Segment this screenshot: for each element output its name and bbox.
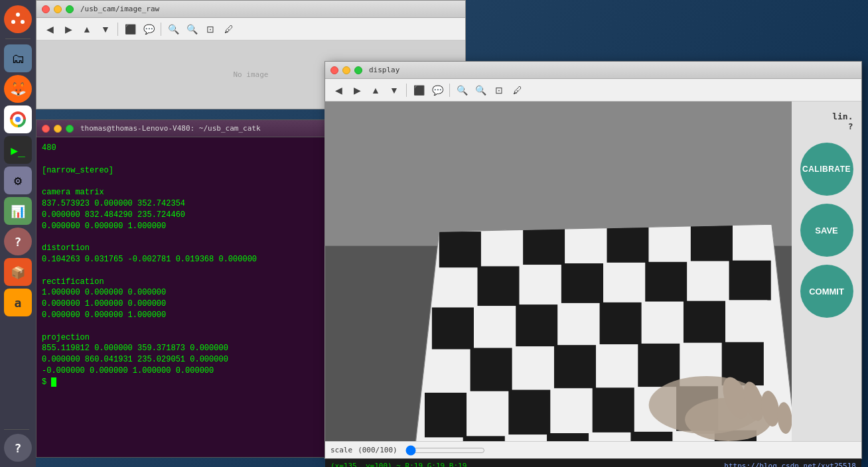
settings-icon[interactable]: ⚙ xyxy=(4,167,32,194)
svg-rect-10 xyxy=(439,232,481,267)
sep3 xyxy=(406,84,407,97)
calibrate-button[interactable]: CALIBRATE xyxy=(800,143,853,196)
ubuntu-icon[interactable] xyxy=(4,5,32,33)
scale-label: scale xyxy=(330,446,352,454)
display-up-btn[interactable]: ▲ xyxy=(368,82,384,98)
firefox-icon[interactable]: 🦊 xyxy=(4,75,32,103)
window-display: display ◀ ▶ ▲ ▼ ⬛ 💬 🔍 🔍 ⊡ 🖊 xyxy=(325,61,862,459)
svg-rect-32 xyxy=(684,301,725,343)
maximize-button-display[interactable] xyxy=(354,66,362,74)
right-panel: lin. ? CALIBRATE SAVE COMMIT xyxy=(792,101,861,441)
terminal-line-11: 0.104263 0.031765 -0.002781 0.019368 0.0… xyxy=(42,254,354,265)
svg-rect-50 xyxy=(421,438,463,441)
svg-rect-34 xyxy=(428,350,470,393)
coord-text: (x=135, y=100) ~ R:19 G:19 B:19 xyxy=(330,462,467,467)
checkerboard-svg xyxy=(325,101,792,441)
display-topic-btn[interactable]: 💬 xyxy=(429,82,445,98)
topic-btn[interactable]: 💬 xyxy=(141,21,157,37)
maximize-button-back[interactable] xyxy=(66,5,74,13)
display-zoom-out-btn[interactable]: 🔍 xyxy=(472,82,488,98)
display-stamp-btn[interactable]: 🖊 xyxy=(510,82,526,98)
display-forward-btn[interactable]: ▶ xyxy=(349,82,365,98)
terminal-cursor-line: $ xyxy=(42,377,354,388)
svg-rect-45 xyxy=(551,388,593,433)
terminal-line-12 xyxy=(42,265,354,277)
minimize-button-back[interactable] xyxy=(54,5,62,13)
display-screen-btn[interactable]: ⬛ xyxy=(411,82,427,98)
save-button[interactable]: SAVE xyxy=(800,204,853,257)
terminal-line-1: 480 xyxy=(42,143,354,154)
svg-rect-54 xyxy=(589,433,630,441)
window-back-title: /usb_cam/image_raw xyxy=(80,5,159,13)
svg-rect-53 xyxy=(547,433,589,441)
no-image-label: No image xyxy=(234,70,269,79)
svg-rect-20 xyxy=(520,265,561,304)
terminal-line-19: 855.119812 0.000000 359.371873 0.000000 xyxy=(42,343,354,354)
close-button-display[interactable] xyxy=(330,66,338,74)
window-terminal: thomas@thomas-Lenovo-V480: ~/usb_cam_cat… xyxy=(36,119,360,458)
sep4 xyxy=(449,84,450,97)
svg-rect-28 xyxy=(516,304,557,346)
svg-rect-30 xyxy=(600,302,642,344)
maximize-button-terminal[interactable] xyxy=(66,125,74,133)
terminal-titlebar: thomas@thomas-Lenovo-V480: ~/usb_cam_cat… xyxy=(36,120,359,137)
scale-slider[interactable] xyxy=(405,445,485,456)
display-content-area: lin. ? CALIBRATE SAVE COMMIT scale (000/… xyxy=(325,101,861,458)
forward-btn[interactable]: ▶ xyxy=(60,21,76,37)
help-icon[interactable]: ? xyxy=(4,228,32,255)
fit-btn[interactable]: ⊡ xyxy=(202,21,218,37)
up-btn[interactable]: ▲ xyxy=(79,21,95,37)
display-down-btn[interactable]: ▼ xyxy=(386,82,402,98)
sidebar: 🗂 🦊 ▶_ ⚙ 📊 ? 📦 a ? xyxy=(0,0,36,467)
svg-rect-27 xyxy=(474,306,516,348)
terminal-icon[interactable]: ▶_ xyxy=(4,136,32,164)
files-icon[interactable]: 🗂 xyxy=(4,44,32,72)
terminal-line-17 xyxy=(42,321,354,332)
display-fit-btn[interactable]: ⊡ xyxy=(491,82,507,98)
svg-rect-38 xyxy=(596,344,638,387)
svg-rect-33 xyxy=(725,300,767,342)
display-btn[interactable]: ⬛ xyxy=(122,21,138,37)
install-icon[interactable]: 📦 xyxy=(4,258,32,286)
minimize-button-terminal[interactable] xyxy=(54,125,62,133)
svg-rect-24 xyxy=(687,261,729,301)
minimize-button-display[interactable] xyxy=(342,66,350,74)
back-btn[interactable]: ◀ xyxy=(42,21,58,37)
svg-rect-26 xyxy=(432,307,474,349)
terminal-line-5: camera matrix xyxy=(42,187,354,198)
status-bar: scale (000/100) xyxy=(325,441,861,458)
terminal-content[interactable]: 480 [narrow_stereo] camera matrix 837.57… xyxy=(36,137,359,457)
svg-rect-55 xyxy=(630,432,672,441)
chrome-icon[interactable] xyxy=(4,105,32,133)
zoom-out-btn[interactable]: 🔍 xyxy=(184,21,200,37)
svg-rect-25 xyxy=(729,261,771,300)
svg-point-1 xyxy=(16,13,20,17)
terminal-line-21: -0.000000 0.000000 1.000000 0.000000 xyxy=(42,366,354,377)
display-titlebar: display xyxy=(325,62,861,79)
svg-rect-42 xyxy=(425,393,467,438)
sidebar-bottom-divider: ? xyxy=(4,429,32,462)
down-btn[interactable]: ▼ xyxy=(98,21,113,37)
close-button-terminal[interactable] xyxy=(42,125,50,133)
terminal-line-20: 0.000000 860.041931 235.029051 0.000000 xyxy=(42,354,354,366)
stamp-btn[interactable]: 🖊 xyxy=(221,21,237,37)
help-bottom-icon[interactable]: ? xyxy=(4,434,32,462)
calc-icon[interactable]: 📊 xyxy=(4,197,32,225)
svg-rect-44 xyxy=(508,390,550,435)
terminal-line-7: 0.000000 832.484290 235.724460 xyxy=(42,210,354,221)
window-back-toolbar: ◀ ▶ ▲ ▼ ⬛ 💬 🔍 🔍 ⊡ 🖊 xyxy=(36,18,465,40)
terminal-line-8: 0.000000 0.000000 1.000000 xyxy=(42,221,354,232)
commit-button[interactable]: COMMIT xyxy=(800,265,853,318)
display-back-btn[interactable]: ◀ xyxy=(330,82,346,98)
scale-value: (000/100) xyxy=(358,446,398,454)
terminal-title: thomas@thomas-Lenovo-V480: ~/usb_cam_cat… xyxy=(80,124,261,133)
display-toolbar: ◀ ▶ ▲ ▼ ⬛ 💬 🔍 🔍 ⊡ 🖊 xyxy=(325,79,861,101)
svg-rect-12 xyxy=(523,229,565,265)
close-button-back[interactable] xyxy=(42,5,50,13)
zoom-in-btn[interactable]: 🔍 xyxy=(165,21,181,37)
svg-rect-23 xyxy=(645,262,687,302)
svg-rect-6 xyxy=(325,101,792,246)
display-zoom-in-btn[interactable]: 🔍 xyxy=(454,82,470,98)
svg-rect-11 xyxy=(481,230,523,266)
amazon-icon[interactable]: a xyxy=(4,289,32,316)
